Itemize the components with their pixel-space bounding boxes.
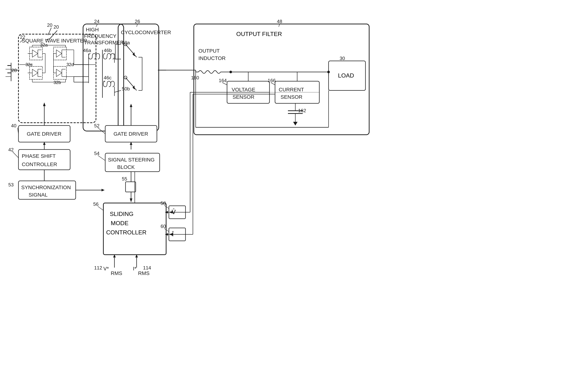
hf-label-2: FREQUENCY (84, 33, 116, 39)
square-wave-inverter-label: SQUARE WAVE INVERTER (22, 38, 87, 43)
ref-56: 56 (93, 201, 99, 207)
signal-steering-label-1: SIGNAL STEERING (108, 157, 155, 163)
ref-28: 28 (12, 68, 17, 73)
ref-112: 112 (94, 265, 102, 271)
v-rms-sub: RMS (111, 270, 122, 276)
i-rms-label: I* (133, 266, 136, 271)
ref-22: 22 (20, 34, 25, 40)
ref-24: 24 (94, 19, 99, 24)
signal-steering-label-2: BLOCK (117, 164, 135, 170)
output-inductor-label-2: INDUCTOR (198, 55, 226, 61)
ref-164: 164 (219, 78, 227, 83)
ref-48: 48 (277, 19, 282, 24)
cycloconverter-label: CYCLOCONVERTER (121, 29, 171, 35)
ref-114: 114 (143, 265, 151, 271)
ref-54: 54 (94, 151, 99, 156)
ref-53: 53 (8, 182, 14, 187)
small-block-55 (126, 182, 136, 192)
output-inductor-label-1: OUTPUT (198, 48, 220, 54)
ref-30: 30 (340, 56, 345, 61)
load-label: LOAD (338, 72, 354, 79)
ref-46b: 46b (104, 48, 112, 53)
voltage-sensor-label-1: VOLTAGE (232, 87, 255, 92)
svg-rect-0 (0, 0, 565, 392)
i-rms-sub: RMS (138, 270, 150, 276)
sync-label-2: SIGNAL (28, 192, 48, 198)
current-sensor-label-2: SENSOR (281, 94, 302, 100)
ref-60: 60 (161, 224, 166, 229)
current-sensor-label-1: CURRENT (279, 87, 304, 92)
label-32b: 32b (54, 80, 61, 85)
sync-label-1: SYNCHRONIZATION (21, 184, 71, 190)
smc-label-3: CONTROLLER (106, 229, 147, 236)
ref-20-label: 20 (47, 22, 52, 28)
ref-52: 52 (94, 123, 99, 128)
ref-26: 26 (135, 19, 140, 24)
ref-50b: 50b (122, 86, 130, 92)
ref-162: 162 (298, 108, 306, 113)
ref-160: 160 (191, 75, 199, 81)
phase-shift-controller-label-1: PHASE SHIFT (22, 153, 56, 159)
label-32d: 32d (66, 62, 74, 67)
v-rms-label: V* (103, 266, 109, 271)
node-2 (327, 71, 330, 73)
ref-46c: 46c (104, 75, 112, 81)
smc-label-2: MODE (111, 220, 128, 226)
ref-166: 166 (268, 78, 276, 83)
ref-46a: 46a (83, 48, 91, 53)
ref-42: 42 (8, 147, 14, 153)
label-32a: 32a (40, 42, 48, 47)
output-filter-label: OUTPUT FILTER (236, 31, 282, 37)
ref-40: 40 (11, 123, 16, 128)
ref-50a: 50a (122, 40, 130, 45)
ref-55: 55 (122, 176, 127, 182)
smc-label-1: SLIDING (110, 210, 133, 217)
ref-58: 58 (161, 200, 166, 206)
phase-shift-controller-label-2: CONTROLLER (22, 161, 57, 167)
voltage-sensor-label-2: SENSOR (233, 94, 254, 100)
node-1 (229, 71, 232, 73)
gate-driver-2-label: GATE DRIVER (113, 131, 148, 137)
hf-label-1: HIGH (86, 27, 99, 32)
gate-driver-1-label: GATE DRIVER (27, 131, 61, 137)
ref-20: 20 (54, 24, 59, 30)
